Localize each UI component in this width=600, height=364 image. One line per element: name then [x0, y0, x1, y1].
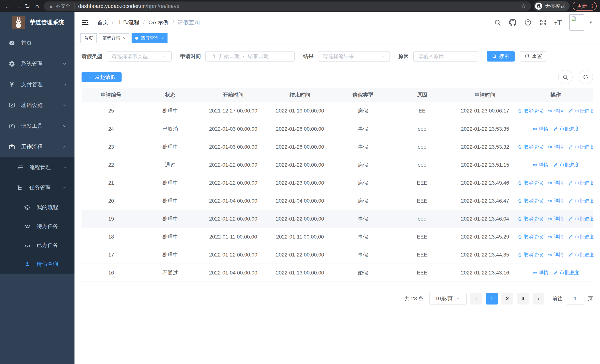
- refresh-icon[interactable]: ↻: [23, 1, 32, 11]
- breadcrumb-item[interactable]: 工作流程: [117, 19, 139, 26]
- cancel-action-link[interactable]: 取消请假: [517, 144, 543, 150]
- cell-status: 已取消: [141, 120, 200, 138]
- sidebar-item[interactable]: 我的流程: [0, 198, 75, 217]
- sidebar-item[interactable]: 请假查询: [0, 255, 75, 274]
- sidebar: 芋道管理系统 首页系统管理¥支付管理基础设施研发工具工作流程流程管理任务管理我的…: [0, 12, 75, 364]
- cell-start: 2022-01-22 00:00:00: [200, 246, 267, 264]
- tag-close-icon[interactable]: ×: [123, 36, 126, 41]
- detail-action-link[interactable]: 详情: [533, 162, 548, 168]
- home-icon[interactable]: ⌂: [32, 1, 42, 11]
- bookmark-star-icon[interactable]: ☆: [521, 2, 526, 10]
- progress-action-link[interactable]: 审批进度: [569, 144, 594, 150]
- detail-action-link[interactable]: 详情: [533, 270, 548, 276]
- cell-end: 2022-01-04 00:00:00: [267, 192, 334, 210]
- tag-tab[interactable]: 流程详情×: [99, 33, 129, 43]
- next-page-button[interactable]: ›: [533, 293, 544, 305]
- app-logo[interactable]: 芋道管理系统: [0, 12, 75, 33]
- avatar[interactable]: [569, 14, 584, 31]
- goto-page-input[interactable]: [566, 293, 584, 305]
- forward-icon[interactable]: →: [13, 1, 23, 11]
- tag-tab[interactable]: 请假查询×: [131, 33, 168, 43]
- reset-button[interactable]: 重置: [520, 51, 547, 62]
- toggle-search-button[interactable]: [558, 70, 572, 84]
- sidebar-item[interactable]: ¥支付管理: [0, 74, 75, 95]
- address-bar[interactable]: ▲不安全 dashboard.yudao.iocoder.cn /bpm/oa/…: [44, 1, 531, 11]
- sidebar-item[interactable]: 基础设施: [0, 95, 75, 116]
- detail-action-link[interactable]: 详情: [548, 233, 564, 240]
- tag-close-icon[interactable]: ×: [161, 36, 164, 41]
- apply-time-range-picker[interactable]: 开始日期 - 结束日期: [205, 51, 295, 62]
- cell-actions: 取消请假详情审批进度: [518, 138, 593, 156]
- cell-status: 处理中: [141, 210, 200, 228]
- browser-menu-icon[interactable]: ⋮: [590, 3, 594, 9]
- tag-tab[interactable]: 首页: [80, 33, 97, 43]
- detail-action-link[interactable]: 详情: [548, 108, 564, 114]
- refresh-table-button[interactable]: [579, 70, 593, 84]
- monitor-icon: [8, 102, 16, 109]
- cancel-action-link[interactable]: 取消请假: [517, 180, 543, 186]
- progress-action-link[interactable]: 审批进度: [569, 252, 594, 258]
- table-toolbar: 发起请假: [82, 70, 593, 84]
- progress-action-link[interactable]: 审批进度: [553, 126, 579, 132]
- avatar-caret-icon[interactable]: ▼: [589, 20, 593, 25]
- detail-action-link[interactable]: 详情: [548, 144, 564, 150]
- detail-action-link[interactable]: 详情: [533, 126, 548, 132]
- breadcrumb-item[interactable]: OA 示例: [149, 19, 169, 26]
- detail-action-link[interactable]: 详情: [548, 252, 564, 258]
- detail-action-link[interactable]: 详情: [548, 215, 564, 222]
- update-button[interactable]: 更新 ⋮: [572, 2, 597, 10]
- font-size-icon[interactable]: TT: [554, 18, 562, 27]
- search-button[interactable]: 搜索: [487, 51, 515, 62]
- progress-action-link[interactable]: 审批进度: [569, 180, 594, 186]
- sidebar-item[interactable]: 已办任务: [0, 236, 75, 255]
- cell-status: 处理中: [141, 102, 200, 120]
- table-row: 18处理中2022-01-11 00:00:002022-01-11 00:00…: [82, 228, 593, 246]
- trash-icon: [517, 216, 522, 221]
- create-leave-button[interactable]: 发起请假: [82, 72, 122, 82]
- cell-type: 事假: [333, 138, 393, 156]
- breadcrumb-item[interactable]: 首页: [97, 19, 108, 26]
- goto-label: 前往: [552, 295, 562, 302]
- progress-action-link[interactable]: 审批进度: [569, 108, 594, 114]
- detail-action-link[interactable]: 详情: [548, 197, 564, 204]
- sidebar-item[interactable]: 研发工具: [0, 116, 75, 136]
- result-select[interactable]: 请选择流结果: [318, 51, 390, 62]
- cancel-action-link[interactable]: 取消请假: [517, 252, 543, 258]
- table-row: 24已取消2022-01-03 00:00:002022-01-26 00:00…: [82, 120, 593, 138]
- cancel-action-link[interactable]: 取消请假: [517, 233, 543, 240]
- apply-time-label: 申请时间: [180, 53, 201, 60]
- back-icon[interactable]: ←: [3, 1, 13, 11]
- detail-action-link[interactable]: 详情: [548, 180, 564, 186]
- sidebar-item[interactable]: 首页: [0, 33, 75, 53]
- page-size-select[interactable]: 10条/页: [429, 293, 467, 305]
- cancel-action-link[interactable]: 取消请假: [517, 108, 543, 114]
- cell-id: 20: [82, 192, 141, 210]
- progress-action-link[interactable]: 审批进度: [569, 233, 594, 240]
- github-icon[interactable]: [509, 19, 517, 26]
- sidebar-item[interactable]: 待办任务: [0, 217, 75, 236]
- sidebar-item[interactable]: 任务管理: [0, 177, 75, 198]
- search-icon[interactable]: [494, 19, 501, 26]
- fullscreen-icon[interactable]: [539, 19, 547, 26]
- sidebar-item[interactable]: 系统管理: [0, 53, 75, 74]
- page-number-button[interactable]: 2: [501, 293, 513, 305]
- progress-action-link[interactable]: 审批进度: [553, 162, 579, 168]
- page-number-button[interactable]: 3: [517, 293, 529, 305]
- progress-action-link[interactable]: 审批进度: [569, 215, 594, 222]
- sidebar-collapse-icon[interactable]: [81, 18, 89, 27]
- prev-page-button[interactable]: ‹: [470, 293, 482, 305]
- cancel-action-link[interactable]: 取消请假: [517, 197, 543, 204]
- progress-action-link[interactable]: 审批进度: [553, 270, 579, 276]
- help-icon[interactable]: [524, 19, 532, 26]
- flow-icon: [16, 184, 24, 191]
- column-header: 操作: [518, 88, 593, 102]
- leave-type-select[interactable]: 请选择请假类型: [107, 51, 172, 62]
- trash-icon: [517, 234, 522, 239]
- page-number-button[interactable]: 1: [486, 293, 498, 305]
- refresh-icon: [525, 54, 530, 59]
- progress-action-link[interactable]: 审批进度: [569, 197, 594, 204]
- sidebar-item[interactable]: 工作流程: [0, 136, 75, 157]
- reason-input[interactable]: [418, 53, 473, 59]
- sidebar-item[interactable]: 流程管理: [0, 157, 75, 177]
- cancel-action-link[interactable]: 取消请假: [517, 215, 543, 222]
